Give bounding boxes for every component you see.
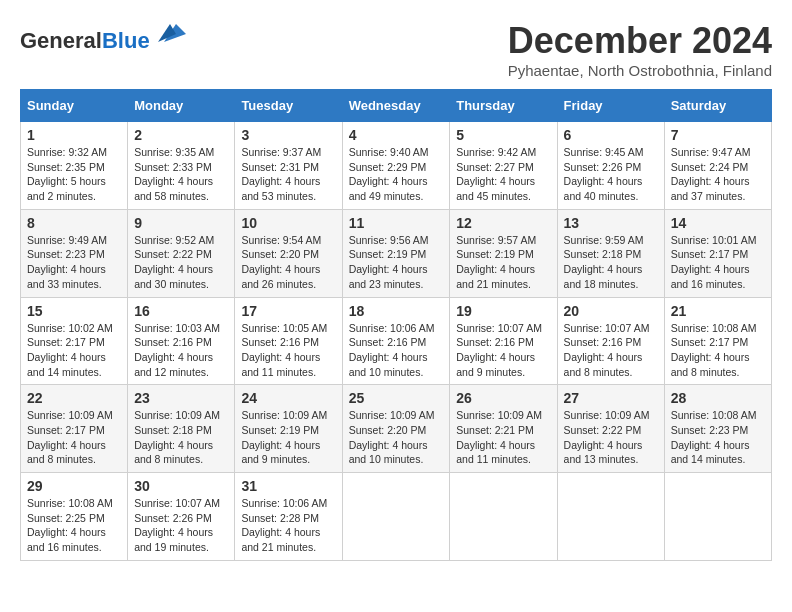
calendar-day-cell: 26Sunrise: 10:09 AMSunset: 2:21 PMDaylig… [450,385,557,473]
page-header: GeneralBlue December 2024 Pyhaentae, Nor… [20,20,772,79]
day-info: Sunrise: 9:59 AMSunset: 2:18 PMDaylight:… [564,233,658,292]
day-info: Sunrise: 10:09 AMSunset: 2:18 PMDaylight… [134,408,228,467]
day-info: Sunrise: 10:07 AMSunset: 2:26 PMDaylight… [134,496,228,555]
calendar-day-cell: 8Sunrise: 9:49 AMSunset: 2:23 PMDaylight… [21,209,128,297]
day-info: Sunrise: 9:32 AMSunset: 2:35 PMDaylight:… [27,145,121,204]
calendar-day-cell: 14Sunrise: 10:01 AMSunset: 2:17 PMDaylig… [664,209,771,297]
calendar-day-cell: 9Sunrise: 9:52 AMSunset: 2:22 PMDaylight… [128,209,235,297]
calendar-day-cell: 2Sunrise: 9:35 AMSunset: 2:33 PMDaylight… [128,122,235,210]
calendar-day-cell: 29Sunrise: 10:08 AMSunset: 2:25 PMDaylig… [21,473,128,561]
day-info: Sunrise: 9:37 AMSunset: 2:31 PMDaylight:… [241,145,335,204]
day-number: 29 [27,478,121,494]
calendar-day-cell: 19Sunrise: 10:07 AMSunset: 2:16 PMDaylig… [450,297,557,385]
day-number: 30 [134,478,228,494]
header-friday: Friday [557,90,664,122]
day-info: Sunrise: 10:06 AMSunset: 2:28 PMDaylight… [241,496,335,555]
day-number: 14 [671,215,765,231]
calendar-day-cell: 5Sunrise: 9:42 AMSunset: 2:27 PMDaylight… [450,122,557,210]
calendar-day-cell: 18Sunrise: 10:06 AMSunset: 2:16 PMDaylig… [342,297,450,385]
day-info: Sunrise: 10:09 AMSunset: 2:17 PMDaylight… [27,408,121,467]
day-number: 19 [456,303,550,319]
day-info: Sunrise: 9:49 AMSunset: 2:23 PMDaylight:… [27,233,121,292]
day-number: 20 [564,303,658,319]
calendar-day-cell: 11Sunrise: 9:56 AMSunset: 2:19 PMDayligh… [342,209,450,297]
day-number: 15 [27,303,121,319]
day-info: Sunrise: 9:35 AMSunset: 2:33 PMDaylight:… [134,145,228,204]
day-info: Sunrise: 10:08 AMSunset: 2:23 PMDaylight… [671,408,765,467]
day-number: 9 [134,215,228,231]
header-thursday: Thursday [450,90,557,122]
day-info: Sunrise: 9:42 AMSunset: 2:27 PMDaylight:… [456,145,550,204]
header-tuesday: Tuesday [235,90,342,122]
calendar-week-row: 8Sunrise: 9:49 AMSunset: 2:23 PMDaylight… [21,209,772,297]
calendar-day-cell: 12Sunrise: 9:57 AMSunset: 2:19 PMDayligh… [450,209,557,297]
day-info: Sunrise: 9:47 AMSunset: 2:24 PMDaylight:… [671,145,765,204]
day-info: Sunrise: 10:09 AMSunset: 2:21 PMDaylight… [456,408,550,467]
day-number: 26 [456,390,550,406]
day-number: 6 [564,127,658,143]
calendar-day-cell: 20Sunrise: 10:07 AMSunset: 2:16 PMDaylig… [557,297,664,385]
day-info: Sunrise: 9:52 AMSunset: 2:22 PMDaylight:… [134,233,228,292]
day-number: 3 [241,127,335,143]
day-info: Sunrise: 10:07 AMSunset: 2:16 PMDaylight… [564,321,658,380]
day-info: Sunrise: 10:08 AMSunset: 2:25 PMDaylight… [27,496,121,555]
day-number: 31 [241,478,335,494]
calendar-day-cell: 13Sunrise: 9:59 AMSunset: 2:18 PMDayligh… [557,209,664,297]
calendar-day-cell: 24Sunrise: 10:09 AMSunset: 2:19 PMDaylig… [235,385,342,473]
day-info: Sunrise: 10:07 AMSunset: 2:16 PMDaylight… [456,321,550,380]
logo-general-text: General [20,28,102,53]
calendar-table: SundayMondayTuesdayWednesdayThursdayFrid… [20,89,772,561]
calendar-day-cell: 3Sunrise: 9:37 AMSunset: 2:31 PMDaylight… [235,122,342,210]
day-number: 25 [349,390,444,406]
day-number: 1 [27,127,121,143]
day-number: 21 [671,303,765,319]
day-number: 8 [27,215,121,231]
calendar-day-cell: 1Sunrise: 9:32 AMSunset: 2:35 PMDaylight… [21,122,128,210]
day-number: 28 [671,390,765,406]
calendar-day-cell: 4Sunrise: 9:40 AMSunset: 2:29 PMDaylight… [342,122,450,210]
day-info: Sunrise: 10:02 AMSunset: 2:17 PMDaylight… [27,321,121,380]
header-sunday: Sunday [21,90,128,122]
header-monday: Monday [128,90,235,122]
day-number: 13 [564,215,658,231]
calendar-week-row: 15Sunrise: 10:02 AMSunset: 2:17 PMDaylig… [21,297,772,385]
day-number: 18 [349,303,444,319]
calendar-day-cell: 27Sunrise: 10:09 AMSunset: 2:22 PMDaylig… [557,385,664,473]
day-number: 7 [671,127,765,143]
logo: GeneralBlue [20,20,186,53]
day-number: 27 [564,390,658,406]
month-title: December 2024 [508,20,772,62]
day-number: 16 [134,303,228,319]
title-block: December 2024 Pyhaentae, North Ostroboth… [508,20,772,79]
day-info: Sunrise: 10:05 AMSunset: 2:16 PMDaylight… [241,321,335,380]
day-number: 4 [349,127,444,143]
calendar-day-cell: 21Sunrise: 10:08 AMSunset: 2:17 PMDaylig… [664,297,771,385]
calendar-day-cell: 10Sunrise: 9:54 AMSunset: 2:20 PMDayligh… [235,209,342,297]
day-number: 22 [27,390,121,406]
day-number: 12 [456,215,550,231]
calendar-day-cell: 17Sunrise: 10:05 AMSunset: 2:16 PMDaylig… [235,297,342,385]
day-info: Sunrise: 10:09 AMSunset: 2:20 PMDaylight… [349,408,444,467]
day-info: Sunrise: 9:54 AMSunset: 2:20 PMDaylight:… [241,233,335,292]
calendar-day-cell: 7Sunrise: 9:47 AMSunset: 2:24 PMDaylight… [664,122,771,210]
day-info: Sunrise: 9:45 AMSunset: 2:26 PMDaylight:… [564,145,658,204]
header-wednesday: Wednesday [342,90,450,122]
calendar-day-cell: 23Sunrise: 10:09 AMSunset: 2:18 PMDaylig… [128,385,235,473]
calendar-day-cell: 30Sunrise: 10:07 AMSunset: 2:26 PMDaylig… [128,473,235,561]
empty-cell [450,473,557,561]
day-info: Sunrise: 10:08 AMSunset: 2:17 PMDaylight… [671,321,765,380]
empty-cell [557,473,664,561]
day-info: Sunrise: 10:09 AMSunset: 2:22 PMDaylight… [564,408,658,467]
calendar-day-cell: 25Sunrise: 10:09 AMSunset: 2:20 PMDaylig… [342,385,450,473]
day-number: 5 [456,127,550,143]
calendar-week-row: 1Sunrise: 9:32 AMSunset: 2:35 PMDaylight… [21,122,772,210]
day-number: 24 [241,390,335,406]
calendar-day-cell: 16Sunrise: 10:03 AMSunset: 2:16 PMDaylig… [128,297,235,385]
day-info: Sunrise: 10:03 AMSunset: 2:16 PMDaylight… [134,321,228,380]
header-saturday: Saturday [664,90,771,122]
day-info: Sunrise: 9:56 AMSunset: 2:19 PMDaylight:… [349,233,444,292]
day-number: 2 [134,127,228,143]
calendar-header-row: SundayMondayTuesdayWednesdayThursdayFrid… [21,90,772,122]
day-info: Sunrise: 10:09 AMSunset: 2:19 PMDaylight… [241,408,335,467]
logo-icon [158,20,186,48]
